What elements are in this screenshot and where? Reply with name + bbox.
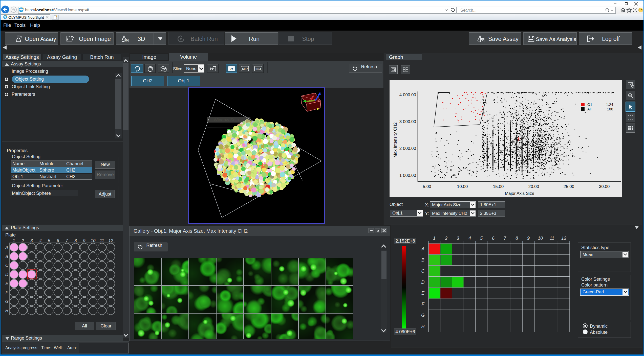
svg-text:B: B: [421, 257, 424, 263]
svg-text:5: 5: [480, 236, 483, 241]
svg-text:H: H: [421, 324, 425, 329]
svg-text:9: 9: [527, 236, 530, 241]
svg-text:10: 10: [538, 236, 543, 241]
svg-text:F: F: [422, 302, 425, 307]
svg-text:4: 4: [468, 236, 471, 241]
svg-text:A: A: [421, 246, 424, 251]
svg-text:8: 8: [516, 236, 518, 241]
svg-text:7: 7: [504, 236, 506, 241]
svg-text:C: C: [421, 269, 425, 274]
svg-text:G: G: [421, 313, 425, 318]
svg-text:6: 6: [492, 236, 495, 241]
svg-text:D: D: [421, 280, 425, 285]
svg-text:3: 3: [457, 236, 459, 241]
svg-text:11: 11: [550, 236, 554, 241]
svg-text:12: 12: [561, 236, 566, 241]
svg-text:2: 2: [445, 236, 447, 241]
svg-text:E: E: [421, 291, 425, 296]
svg-text:1: 1: [433, 236, 436, 241]
